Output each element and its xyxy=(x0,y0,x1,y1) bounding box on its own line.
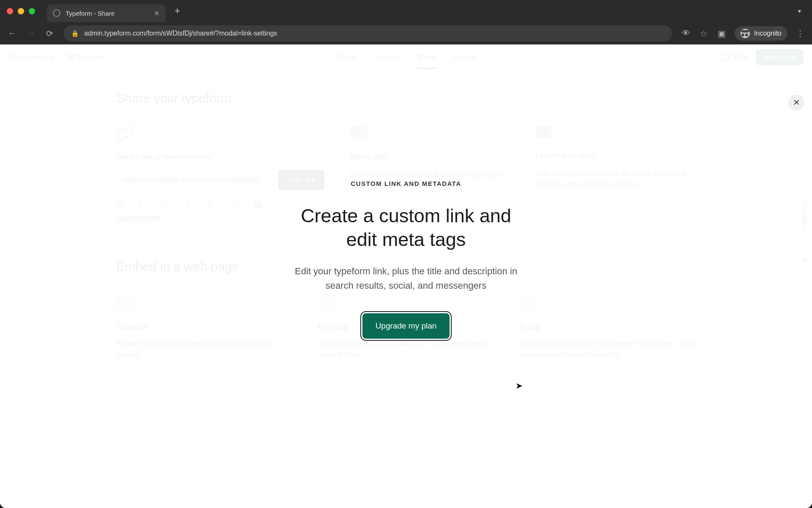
tab-title: Typeform - Share xyxy=(66,10,149,17)
page: ✕ My workspace / NPS survey Create Conne… xyxy=(0,44,812,508)
bookmark-icon[interactable]: ☆ xyxy=(699,28,708,39)
modal-close-button[interactable]: ✕ xyxy=(788,94,804,110)
tab-close-icon[interactable]: ✕ xyxy=(154,9,159,17)
forward-button: → xyxy=(26,28,36,38)
reload-button[interactable]: ⟳ xyxy=(45,28,54,39)
incognito-badge[interactable]: Incognito xyxy=(735,26,787,41)
eye-off-icon[interactable]: 👁 xyxy=(681,28,691,38)
url-field[interactable]: 🔒 admin.typeform.com/form/sWDtsfDj/share… xyxy=(63,25,672,41)
modal-overlay: CUSTOM LINK AND METADATA Create a custom… xyxy=(0,44,812,508)
window-maximize-icon[interactable] xyxy=(29,8,35,14)
browser-menu-icon[interactable]: ⋮ xyxy=(796,29,804,38)
modal-title: Create a custom link and edit meta tags xyxy=(288,204,524,252)
incognito-label: Incognito xyxy=(754,30,782,37)
address-bar: ← → ⟳ 🔒 admin.typeform.com/form/sWDtsfDj… xyxy=(0,22,812,44)
panel-icon[interactable]: ▣ xyxy=(717,28,726,39)
tab-favicon-icon xyxy=(53,9,60,17)
upgrade-plan-button[interactable]: Upgrade my plan xyxy=(362,313,450,339)
window-minimize-icon[interactable] xyxy=(18,8,24,14)
toolbar-right: 👁 ☆ ▣ Incognito ⋮ xyxy=(681,26,804,41)
incognito-icon xyxy=(741,29,750,38)
upgrade-modal: CUSTOM LINK AND METADATA Create a custom… xyxy=(279,171,533,348)
browser-tab[interactable]: Typeform - Share ✕ xyxy=(47,4,165,22)
window-close-icon[interactable] xyxy=(7,8,13,14)
tabs-dropdown-icon[interactable]: ▾ xyxy=(798,8,801,14)
lock-icon: 🔒 xyxy=(71,30,79,37)
modal-eyebrow: CUSTOM LINK AND METADATA xyxy=(288,180,524,187)
window-controls xyxy=(7,8,35,14)
titlebar: Typeform - Share ✕ + ▾ xyxy=(0,0,812,22)
url-text: admin.typeform.com/form/sWDtsfDj/share#/… xyxy=(84,30,277,37)
modal-description: Edit your typeform link, plus the title … xyxy=(288,264,524,293)
browser-chrome: Typeform - Share ✕ + ▾ ← → ⟳ 🔒 admin.typ… xyxy=(0,0,812,44)
back-button[interactable]: ← xyxy=(8,28,17,38)
new-tab-button[interactable]: + xyxy=(175,6,180,17)
